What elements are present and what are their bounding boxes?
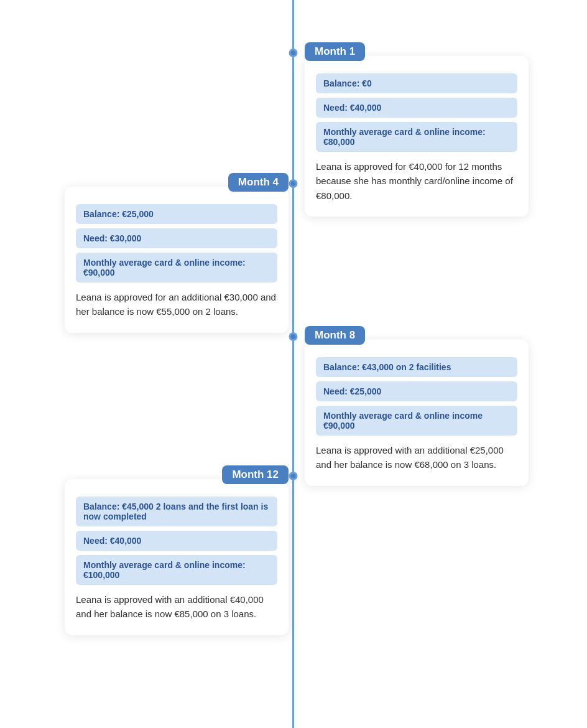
month8-row-balance: Balance: €43,000 on 2 facilities — [316, 357, 517, 377]
month1-row-need: Need: €40,000 — [316, 98, 517, 118]
month8-description: Leana is approved with an additional €25… — [316, 443, 517, 472]
month8-badge: Month 8 — [305, 326, 365, 345]
month4-row-need: Need: €30,000 — [76, 228, 277, 248]
month8-row-income: Monthly average card & online income €90… — [316, 406, 517, 436]
month4-badge: Month 4 — [228, 173, 289, 192]
month12-row-need: Need: €40,000 — [76, 531, 277, 551]
month4-row-balance: Balance: €25,000 — [76, 204, 277, 224]
month12-row-balance: Balance: €45,000 2 loans and the first l… — [76, 497, 277, 526]
month12-badge: Month 12 — [222, 465, 289, 484]
month1-row-balance: Balance: €0 — [316, 73, 517, 93]
timeline-dot-month1 — [289, 49, 298, 57]
timeline-container: Month 1 Balance: €0 Need: €40,000 Monthl… — [0, 0, 587, 728]
month12-card: Balance: €45,000 2 loans and the first l… — [65, 479, 289, 635]
timeline-line — [292, 0, 294, 728]
month4-row-income: Monthly average card & online income: €9… — [76, 253, 277, 282]
timeline-dot-month8 — [289, 332, 298, 341]
month1-card: Balance: €0 Need: €40,000 Monthly averag… — [305, 56, 529, 217]
month8-card: Balance: €43,000 on 2 facilities Need: €… — [305, 340, 529, 486]
month8-row-need: Need: €25,000 — [316, 381, 517, 401]
timeline-dot-month12 — [289, 472, 298, 480]
month4-description: Leana is approved for an additional €30,… — [76, 290, 277, 319]
month4-card: Balance: €25,000 Need: €30,000 Monthly a… — [65, 187, 289, 333]
timeline-dot-month4 — [289, 179, 298, 188]
month12-description: Leana is approved with an additional €40… — [76, 592, 277, 622]
month1-badge: Month 1 — [305, 42, 365, 61]
month12-row-income: Monthly average card & online income: €1… — [76, 555, 277, 585]
month1-row-income: Monthly average card & online income: €8… — [316, 122, 517, 152]
month1-description: Leana is approved for €40,000 for 12 mon… — [316, 159, 517, 203]
